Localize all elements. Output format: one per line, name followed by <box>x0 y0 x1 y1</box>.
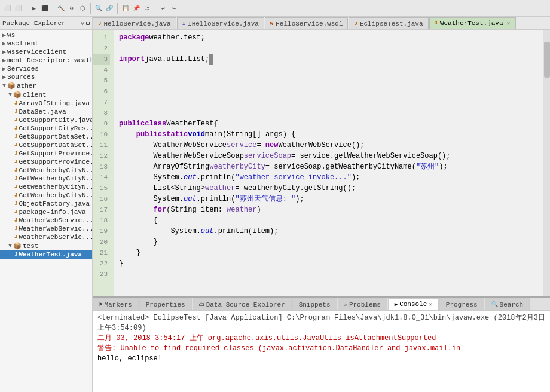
line-num-10: 10 <box>93 129 110 140</box>
tree-item-getweathercity4[interactable]: J GetWeatherbyCityN... <box>0 191 92 200</box>
code-line-4 <box>119 65 538 75</box>
toolbar-icon-5[interactable]: 🔨 <box>56 4 66 13</box>
line-num-5: 5 <box>93 75 110 86</box>
tree-item-weatherwebsvc3[interactable]: J WeatherWebServic... <box>0 233 92 241</box>
console-line-4: hello, eclipse! <box>97 354 545 364</box>
toolbar-icon-7[interactable]: ⬡ <box>78 4 87 13</box>
tree-item-webservices[interactable]: ▶ Services <box>0 65 92 73</box>
tab-search[interactable]: 🔍 Search <box>485 298 530 310</box>
code-line-2 <box>119 43 538 54</box>
tree-item-getsupportcity[interactable]: J GetSupportCity.java <box>0 116 92 124</box>
tree-item-getsupportdataset1[interactable]: J GetSupportDataSet... <box>0 133 92 141</box>
tree-item-getsupportprovince2[interactable]: J GetSupportProvince... <box>0 158 92 166</box>
code-line-3: import java.util.List; <box>119 54 538 65</box>
toolbar-icon-6[interactable]: ⚙ <box>67 4 77 13</box>
java-file-icon: J <box>14 167 17 173</box>
tree-item-getweathercity2[interactable]: J GetWeatherbyCityN... <box>0 174 92 183</box>
left-panel: Package Explorer ▽ ⊟ ▶ ws ▶ wsclient ▶ w… <box>0 17 93 392</box>
tree-item-client[interactable]: ▼ 📦 client <box>0 90 92 99</box>
left-panel-header: Package Explorer ▽ ⊟ <box>0 17 92 30</box>
tree-item-sources[interactable]: ▶ Sources <box>0 73 92 81</box>
scrollbar-thumb[interactable] <box>544 42 550 78</box>
tab-datasource[interactable]: 🗃 Data Source Explorer <box>192 298 292 310</box>
java-file-icon: J <box>14 209 17 215</box>
tree-item-arrayofstring[interactable]: J ArrayOfString.java <box>0 99 92 108</box>
toolbar-icon-14[interactable]: ↪ <box>169 4 179 13</box>
tab-problems[interactable]: ⚠ Problems <box>338 298 387 310</box>
tree-label: GetWeatherbyCityN... <box>19 175 92 182</box>
tab-helloservicewsdl[interactable]: W HelloService.wsdl <box>265 17 349 29</box>
toolbar-icon-10[interactable]: 📋 <box>121 4 130 13</box>
code-line-12: WeatherWebServiceSoap serviceSoap = serv… <box>119 151 538 161</box>
package-icon: 📦 <box>7 82 16 90</box>
close-icon[interactable]: ✕ <box>429 301 432 308</box>
tree-item-weatherwebsvc2[interactable]: J WeatherWebServic... <box>0 225 92 233</box>
tree-item-dataset[interactable]: J DataSet.java <box>0 108 92 116</box>
tree-label: GetSupportDataSet... <box>19 133 92 140</box>
tree-item-getsupportcityres[interactable]: J GetSupportCityRes... <box>0 124 92 133</box>
tree-item-weather[interactable]: ▼ 📦 ather <box>0 81 92 90</box>
datasource-icon: 🗃 <box>199 301 204 308</box>
java-icon: J <box>354 21 357 27</box>
console-output: <terminated> EclipseTest [Java Applicati… <box>93 311 550 392</box>
code-editor[interactable]: package weather.test; import java.util.L… <box>114 30 543 296</box>
toolbar-icon-11[interactable]: 📌 <box>132 4 141 13</box>
tab-console[interactable]: ▶ Console ✕ <box>388 298 439 310</box>
tab-properties[interactable]: Properties <box>139 298 192 310</box>
tree-item-getweathercity3[interactable]: J GetWeatherbyCityN... <box>0 183 92 191</box>
expand-icon: ▶ <box>2 65 6 72</box>
toolbar-icon-12[interactable]: 🗂 <box>142 4 152 13</box>
tree-label: GetWeatherbyCityN... <box>19 183 92 191</box>
tab-markers[interactable]: ⚑ Markers <box>93 298 139 310</box>
tree-item-test[interactable]: ▼ 📦 test <box>0 241 92 250</box>
minimize-icon[interactable]: ⊟ <box>86 20 90 27</box>
tree-item-weathertest[interactable]: J WeatherTest.java <box>0 250 92 259</box>
tree-item-deployment[interactable]: ▶ ment Descriptor: weather <box>0 56 92 65</box>
tab-eclipsetest[interactable]: J EclipseTest.java <box>349 17 428 29</box>
tab-helloservice[interactable]: J HelloService.java <box>93 17 176 29</box>
tree-item-getsupportdataset2[interactable]: J GetSupportDataSet... <box>0 141 92 149</box>
toolbar-icon-13[interactable]: ↩ <box>158 4 168 13</box>
code-line-17: for(String item: weather) <box>119 204 538 215</box>
code-line-21: } <box>119 247 538 258</box>
tree-item-objectfactory[interactable]: J ObjectFactory.java <box>0 200 92 208</box>
tab-weathertest[interactable]: J WeatherTest.java ✕ <box>429 17 516 29</box>
java-file-icon: J <box>14 134 17 140</box>
tab-ihelloservice[interactable]: I IHelloService.java <box>177 17 264 29</box>
java-icon: J <box>98 21 101 27</box>
tab-label: Properties <box>146 301 185 308</box>
toolbar-separator-5 <box>155 3 155 14</box>
toolbar-icon-8[interactable]: 🔍 <box>94 4 103 13</box>
editor-scroll-container: 1 2 3 4 5 6 7 8 9 10 11 12 13 14 15 16 1… <box>93 30 550 296</box>
console-line-3: 警告: Unable to find required classes (jav… <box>97 344 545 354</box>
tree-item-packageinfo[interactable]: J package-info.java <box>0 208 92 216</box>
tree-item-ws[interactable]: ▶ ws <box>0 31 92 39</box>
tab-snippets[interactable]: Snippets <box>292 298 337 310</box>
tree-item-getsupportprovince1[interactable]: J GetSupportProvince... <box>0 149 92 158</box>
toolbar-icon-3[interactable]: ▶ <box>29 4 39 13</box>
wsdl-icon: W <box>270 21 273 27</box>
vertical-scrollbar[interactable] <box>543 30 550 296</box>
close-icon[interactable]: ✕ <box>507 20 511 27</box>
toolbar-icon-4[interactable]: ⬛ <box>40 4 50 13</box>
tree-label: Sources <box>7 74 35 81</box>
tree-item-wsserviceclient[interactable]: ▶ wsserviceclient <box>0 48 92 56</box>
collapse-icon[interactable]: ▽ <box>81 20 84 27</box>
toolbar-icon-9[interactable]: 🔗 <box>105 4 114 13</box>
line-num-2: 2 <box>93 43 110 54</box>
tree-item-weatherwebsvc1[interactable]: J WeatherWebServic... <box>0 216 92 225</box>
toolbar-separator-3 <box>90 3 91 14</box>
line-num-12: 12 <box>93 151 110 161</box>
search-icon: 🔍 <box>491 301 498 308</box>
code-line-19: System.out.println(item); <box>119 226 538 237</box>
tree-item-wsclient[interactable]: ▶ wsclient <box>0 39 92 48</box>
markers-icon: ⚑ <box>99 301 102 308</box>
line-num-16: 16 <box>93 194 110 204</box>
line-num-3: 3 <box>93 54 110 65</box>
toolbar-icon-2[interactable]: ⬜ <box>13 4 23 13</box>
java-file-icon: J <box>14 159 17 165</box>
toolbar-icon-1[interactable]: ⬜ <box>2 4 12 13</box>
code-line-13: ArrayOfString weatherbyCity = serviceSoa… <box>119 161 538 172</box>
tree-item-getweathercity1[interactable]: J GetWeatherbyCityN... <box>0 166 92 174</box>
tab-progress[interactable]: Progress <box>439 298 484 310</box>
